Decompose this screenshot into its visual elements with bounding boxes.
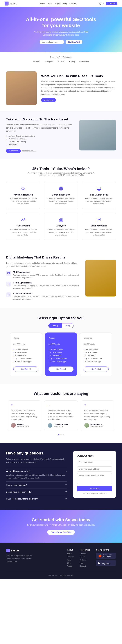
pricing-cta-1[interactable]: Get Started: [49, 366, 73, 372]
footer-col-about-links: About Features Team Blog Pricing: [67, 553, 74, 567]
logo-icon: [4, 2, 8, 6]
toggle-monthly[interactable]: Monthly: [48, 323, 62, 328]
what-section: What You Can Do With Rise SEO Tools We o…: [0, 65, 122, 111]
plan-feat-2-4: 40 and 60 email apps: [84, 361, 109, 362]
author-role-2: Standard Scanning: [90, 426, 103, 427]
plan-price-value-2: $69.00: [84, 343, 89, 345]
globe-icon: [58, 186, 64, 192]
footer-link-about-1[interactable]: Features: [67, 556, 74, 558]
toggle-yearly[interactable]: Yearly: [62, 323, 74, 328]
chevron-down-icon-1: ▼: [65, 484, 67, 486]
chart-icon: [20, 216, 26, 223]
testimonial-author-2: Martin Henry Standard Scanning: [84, 423, 111, 428]
quick-contact: Quick Contact Submit Now Can't find what…: [73, 451, 116, 502]
contact-email-input[interactable]: [77, 466, 112, 472]
pricing-cta-2[interactable]: Get Started: [84, 366, 109, 372]
marketing-trial-link[interactable]: Start Free Trial →: [22, 150, 36, 152]
dot-0[interactable]: [58, 434, 60, 436]
what-body: We offer flexible and comprehensive onli…: [41, 80, 116, 96]
digital-intro: Commodo ullamcorper a lacus vestibulum s…: [6, 262, 81, 268]
cta-title: Get started with Sasco today: [6, 518, 116, 522]
plan-name-0: Starter: [13, 337, 38, 339]
footer-apps-title: Get Apps On:: [96, 549, 116, 551]
analytics-icon: [58, 216, 64, 223]
pricing-card-popular: Popular $49.00/month Unlimited Access 10…: [45, 332, 77, 376]
hero-trial-button[interactable]: Start Free Trial: [65, 40, 82, 44]
app-store-text: Download on the App Store: [103, 554, 112, 558]
faq-item-1: How to return products? ▼: [6, 482, 67, 488]
faq-question-3[interactable]: Can I get a discount for a big order? ▼: [6, 498, 67, 500]
footer-top: sasco Purchase all registered your proje…: [6, 549, 116, 567]
contact-message-input[interactable]: [77, 473, 112, 484]
plan-features-1: Unlimited Access 100+ Templates 200+ Ele…: [49, 348, 73, 362]
nav-link-home[interactable]: Home: [40, 2, 45, 4]
play-store-button[interactable]: ▶ Get it on Play Store: [96, 560, 116, 566]
faq-question-0[interactable]: When will my order arrive? ▲: [6, 470, 67, 472]
faq-section: Have any questions Euismod ullamcorper a…: [0, 443, 122, 510]
faq-question-1[interactable]: How to return products? ▼: [6, 484, 67, 486]
footer-link-res-1[interactable]: Guides: [80, 556, 90, 558]
testimonial-text-0: Sisco impressed me on multiple levels. N…: [11, 410, 38, 421]
contact-submit-button[interactable]: Submit Now: [77, 486, 112, 491]
testimonial-card-0: " Sisco impressed me on multiple levels.…: [8, 400, 41, 431]
logo-text: sasco: [9, 2, 17, 5]
tool-card-analytics: Analytics Every great feature that can i…: [44, 213, 78, 240]
tool-desc-1: Every great feature that can improve you…: [47, 197, 75, 205]
hero-title: All-in-one, powerful SEO tools for your …: [24, 16, 98, 28]
dot-1[interactable]: [61, 434, 61, 436]
app-store-button[interactable]: 🍎 Download on the App Store: [96, 553, 116, 559]
footer-link-about-4[interactable]: Pricing: [67, 565, 74, 567]
marketing-content: Take Your Marketing To The Next Level We…: [6, 117, 75, 153]
testimonial-card-1: " Sisco impressed me on multiple levels.…: [44, 400, 78, 431]
footer: sasco Purchase all registered your proje…: [0, 542, 122, 579]
nav-link-blog[interactable]: Blog: [63, 2, 67, 4]
footer-link-about-2[interactable]: Team: [67, 559, 74, 561]
footer-link-about-0[interactable]: About: [67, 553, 74, 555]
footer-col-about-title: About: [67, 549, 74, 551]
digital-item-1: Mobile Optimization Track and leading an…: [6, 282, 81, 290]
tools-section: 45+ Tools 1 Suite. What's Inside? All of…: [0, 159, 122, 248]
author-name-0: Gideon: [17, 424, 29, 426]
footer-link-res-3[interactable]: Help: [80, 562, 90, 564]
pricing-section: Select right Option for you. Monthly Yea…: [0, 308, 122, 384]
hero-subtitle: All of the best tools to monitor & manag…: [34, 31, 88, 36]
marketing-start-button[interactable]: Get Started: [6, 149, 21, 153]
quote-mark-2: ": [84, 404, 111, 408]
nav-link-about[interactable]: About: [48, 2, 52, 4]
trusted-logos: luminous ♦ Snapfind ❖ Cloud ✦ Minty ◇ se…: [4, 60, 118, 62]
contact-name-input[interactable]: [77, 460, 112, 465]
faq-left: Have any questions Euismod ullamcorper a…: [6, 451, 67, 502]
download-button[interactable]: Download: [106, 2, 118, 5]
plan-feat-2-3: Up to 5 team members: [84, 358, 109, 360]
tool-card-email: Email Marketing Every great feature that…: [82, 213, 116, 240]
hero-email-input[interactable]: [40, 40, 64, 44]
footer-link-res-0[interactable]: Partners: [80, 553, 90, 555]
search-icon: [20, 186, 26, 192]
logo-seamless: ◇ seamless: [79, 60, 89, 62]
footer-link-res-2[interactable]: Webinar: [80, 559, 90, 561]
check-item-1: Personalized Messages: [6, 138, 75, 140]
pricing-card-starter: Starter $29.00/month Unlimited Access 10…: [10, 332, 42, 376]
footer-link-res-4[interactable]: Support: [80, 565, 90, 567]
digital-item-content-0: PPC Management Track and leading and lag…: [13, 271, 81, 279]
footer-link-about-3[interactable]: Blog: [67, 562, 74, 564]
pricing-card-enterprise: Enterprise $69.00/month Unlimited Access…: [80, 332, 112, 376]
marketing-title: Take Your Marketing To The Next Level: [6, 117, 75, 121]
nav-link-contact[interactable]: Contact: [69, 2, 76, 4]
cta-button[interactable]: Start a Sasco Free Trial: [47, 530, 75, 535]
author-info-2: Martin Henry Standard Scanning: [90, 424, 103, 427]
cta-section: Get started with Sasco today Enter your …: [0, 510, 122, 542]
faq-question-2[interactable]: Do you have a coupon code? ▼: [6, 490, 67, 493]
what-cta-button[interactable]: Get Started: [41, 98, 56, 102]
what-image: [6, 72, 37, 105]
chevron-up-icon: ▲: [65, 470, 67, 472]
chevron-down-icon-3: ▼: [65, 498, 67, 500]
pricing-cta-0[interactable]: Get Started: [13, 366, 38, 372]
nav-link-pages[interactable]: Pages: [55, 2, 60, 4]
plan-feat-2-2: 300+ Elements: [84, 354, 109, 356]
play-store-text: Get it on Play Store: [102, 561, 110, 565]
signin-button[interactable]: Sign In: [99, 2, 104, 4]
svg-rect-3: [59, 220, 60, 221]
dot-2[interactable]: [62, 434, 64, 436]
plan-price-period-0: /month: [19, 343, 25, 345]
